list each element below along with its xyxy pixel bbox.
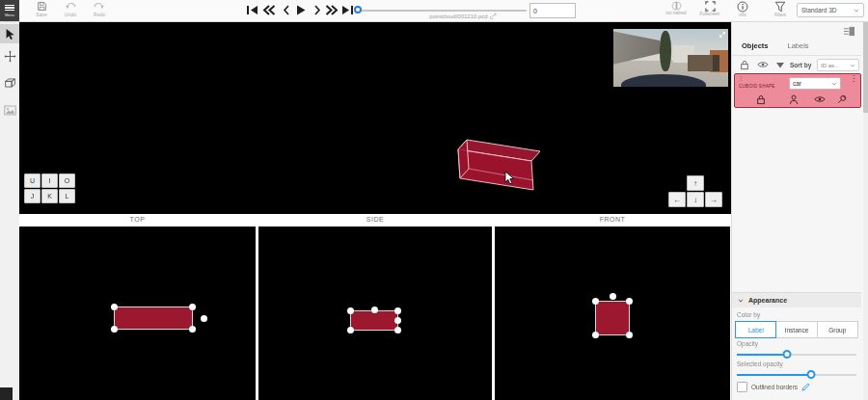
chevron-down-icon — [831, 81, 837, 87]
skip-first-button[interactable] — [245, 3, 259, 17]
menu-button[interactable]: Menu — [0, 0, 19, 21]
kebab-menu-icon[interactable]: ⋮ — [850, 77, 857, 81]
hotkey-i[interactable]: I — [41, 173, 58, 188]
undo-button[interactable]: Undo — [58, 1, 83, 17]
skip-last-button[interactable] — [340, 3, 355, 17]
resize-handle[interactable] — [592, 332, 599, 338]
filters-button[interactable]: Filters — [764, 1, 797, 18]
outlined-borders-checkbox[interactable] — [737, 382, 747, 392]
play-button[interactable] — [293, 3, 308, 17]
fullscreen-button[interactable]: Fullscreen — [693, 1, 726, 17]
main-3d-view[interactable]: U I O J K L ↑ ← ↓ → — [19, 21, 731, 214]
hotkey-l[interactable]: L — [59, 189, 75, 203]
side-view[interactable] — [258, 227, 492, 400]
hotkey-o[interactable]: O — [59, 173, 75, 188]
fast-forward-button[interactable] — [324, 3, 339, 17]
rotate-handle[interactable] — [201, 315, 207, 322]
top-view[interactable] — [19, 227, 256, 400]
resize-handle[interactable] — [626, 332, 633, 338]
resize-handle[interactable] — [189, 304, 196, 310]
resize-handle[interactable] — [394, 327, 401, 333]
eye-icon[interactable] — [757, 60, 769, 69]
arrow-down-button[interactable]: ↓ — [687, 192, 704, 207]
fast-rewind-button[interactable] — [261, 3, 276, 17]
info-button[interactable]: Info — [726, 1, 759, 18]
class-dropdown[interactable]: car — [789, 77, 841, 90]
right-panel: Objects Labels Sort by ID as... ⋮ CUBOID… — [731, 21, 868, 400]
frame-number-input[interactable] — [529, 3, 576, 18]
arrow-right-button[interactable]: → — [705, 192, 722, 207]
not-trained-indicator[interactable]: not trained — [660, 1, 692, 16]
camera-tree — [660, 31, 671, 71]
panel-scrollbar[interactable] — [863, 21, 868, 400]
annotation-rect-top[interactable] — [114, 307, 193, 330]
selected-opacity-slider-knob[interactable] — [806, 370, 815, 379]
image-tool-button[interactable] — [0, 100, 19, 120]
resize-handle[interactable] — [592, 298, 599, 305]
opacity-label: Opacity — [737, 340, 758, 347]
resize-handle[interactable] — [189, 326, 196, 333]
sort-dropdown[interactable]: ID as... — [817, 59, 859, 71]
bottom-left-widget[interactable] — [0, 387, 13, 400]
color-by-label-button[interactable]: Label — [735, 321, 776, 338]
panel-toggle-button[interactable] — [837, 23, 860, 39]
front-view[interactable] — [495, 227, 730, 400]
resize-handle[interactable] — [111, 304, 118, 310]
appearance-section-header[interactable]: Appearance — [732, 292, 861, 307]
resize-handle[interactable] — [394, 307, 401, 314]
scrollbar-thumb[interactable] — [863, 21, 868, 113]
opacity-slider[interactable] — [737, 350, 856, 359]
person-icon[interactable] — [789, 94, 799, 105]
sort-by-label: Sort by — [790, 62, 811, 68]
chevron-down-icon — [854, 8, 859, 13]
expand-icon[interactable] — [719, 31, 726, 39]
frame-slider[interactable] — [359, 10, 527, 12]
color-by-instance-button[interactable]: Instance — [775, 321, 817, 338]
cuboid-tool-button[interactable] — [0, 73, 19, 93]
object-card-car[interactable]: ⋮ CUBOID SHAPE car ⋮ — [734, 73, 861, 108]
rotate-handle[interactable] — [610, 293, 616, 300]
hotkey-u[interactable]: U — [24, 173, 41, 188]
link-icon — [490, 13, 497, 19]
brain-icon — [670, 1, 683, 11]
resize-handle[interactable] — [626, 298, 633, 305]
eye-icon[interactable] — [814, 94, 826, 104]
mode-dropdown[interactable]: Standard 3D — [797, 3, 864, 17]
next-frame-button[interactable] — [310, 3, 324, 17]
color-by-group-button[interactable]: Group — [817, 321, 858, 338]
prev-frame-button[interactable] — [279, 3, 293, 17]
drag-handle-icon[interactable]: ⋮ — [738, 76, 744, 81]
cuboid-icon — [4, 77, 16, 89]
select-tool-button[interactable] — [0, 24, 19, 43]
annotation-rect-side[interactable] — [350, 310, 398, 331]
camera-preview[interactable] — [613, 29, 728, 87]
pan-tool-button[interactable] — [0, 46, 19, 66]
tab-objects[interactable]: Objects — [732, 39, 778, 55]
resize-handle[interactable] — [347, 327, 354, 333]
hotkey-j[interactable]: J — [24, 189, 41, 203]
lock-icon[interactable] — [756, 94, 766, 105]
arrow-up-button[interactable]: ↑ — [687, 175, 704, 191]
annotation-rect-front[interactable] — [595, 301, 630, 335]
redo-button[interactable]: Redo — [87, 1, 112, 17]
pencil-icon[interactable] — [801, 383, 810, 391]
resize-handle[interactable] — [347, 307, 354, 314]
top-toolbar: Menu Save Undo Redo — [0, 0, 868, 22]
resize-handle[interactable] — [111, 326, 118, 333]
menu-label: Menu — [5, 13, 14, 17]
pin-icon[interactable] — [837, 94, 847, 105]
resize-handle[interactable] — [394, 317, 401, 324]
hotkey-k[interactable]: K — [41, 189, 58, 203]
opacity-slider-knob[interactable] — [783, 350, 792, 359]
chevron-left-icon — [282, 4, 291, 16]
arrow-left-button[interactable]: ← — [668, 192, 686, 207]
frame-slider-knob[interactable] — [354, 6, 362, 13]
selected-opacity-slider[interactable] — [737, 370, 856, 379]
camera-truck — [688, 55, 719, 71]
tab-labels[interactable]: Labels — [778, 39, 819, 55]
resize-handle[interactable] — [371, 307, 378, 313]
lock-icon[interactable] — [740, 60, 749, 70]
fullscreen-icon — [705, 1, 716, 12]
caret-down-icon[interactable] — [776, 63, 784, 68]
save-button[interactable]: Save — [29, 1, 54, 17]
